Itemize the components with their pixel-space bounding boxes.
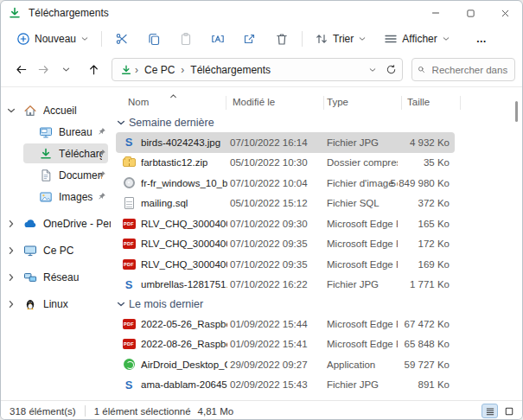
copy-button[interactable] — [139, 28, 169, 50]
sidebar-item-label: Images — [59, 191, 92, 203]
sidebar-item-label: Bureau — [59, 126, 92, 138]
chevron-right-icon[interactable] — [6, 245, 16, 256]
sidebar-item-r-seau[interactable]: Réseau — [1, 266, 112, 288]
file-row[interactable]: Sumbrellas-1281751.jpg07/10/2022 16:22Fi… — [116, 275, 455, 296]
maximize-button[interactable] — [453, 1, 488, 25]
file-size: 165 Ko — [372, 219, 450, 229]
chevron-down-icon[interactable] — [6, 105, 16, 116]
file-row[interactable]: PDFRLV_CHQ_30004007250...07/10/2022 09:3… — [116, 254, 455, 275]
file-modified-date: 07/10/2022 09:30 — [230, 219, 308, 229]
column-separator[interactable] — [401, 96, 402, 110]
sidebar-item-ce-pc[interactable]: Ce PC — [1, 239, 112, 261]
large-icons-view-button[interactable] — [501, 404, 517, 418]
file-modified-date: 07/10/2022 09:35 — [230, 259, 308, 270]
sidebar-item-documents[interactable]: Documents — [1, 164, 112, 186]
network-icon — [23, 270, 37, 284]
cut-button[interactable] — [107, 28, 137, 50]
toolbar-separator — [101, 31, 102, 47]
view-button[interactable]: Afficher — [377, 29, 456, 49]
desktop-icon — [39, 125, 53, 139]
chevron-down-icon[interactable] — [116, 299, 126, 309]
file-modified-date: 07/10/2022 10:04 — [230, 178, 308, 188]
delete-button[interactable] — [267, 28, 297, 50]
sidebar-item-accueil[interactable]: Accueil — [1, 99, 112, 121]
file-row[interactable]: PDF2022-08-26_Raspberry_...01/09/2022 15… — [116, 334, 455, 355]
sidebar-item-bureau[interactable]: Bureau — [1, 121, 112, 143]
pdf-file-icon: PDF — [123, 239, 136, 249]
close-button[interactable] — [488, 1, 522, 25]
search-box[interactable] — [411, 58, 515, 81]
sidebar-item-images[interactable]: Images — [1, 186, 112, 207]
recent-locations-button[interactable] — [54, 59, 77, 81]
group-header[interactable]: Le mois dernier — [116, 295, 522, 314]
toolbar-separator — [302, 31, 303, 47]
breadcrumb-item[interactable]: Ce PC — [141, 62, 178, 78]
file-list-pane: NomModifié leTypeTaille Semaine dernière… — [112, 87, 522, 400]
details-view-button[interactable] — [482, 404, 498, 418]
navigation-bar: › Ce PC›Téléchargements — [1, 53, 522, 87]
new-button[interactable]: Nouveau — [10, 29, 96, 49]
navigation-pane: AccueilBureauTéléchargementsDocumentsIma… — [1, 87, 112, 400]
sort-ascending-icon — [169, 92, 177, 100]
file-row[interactable]: Sama-dablam-2064522.j...02/09/2022 15:43… — [116, 375, 455, 396]
home-icon — [23, 104, 37, 118]
breadcrumb-item[interactable]: Téléchargements — [187, 62, 274, 78]
sort-button-label: Trier — [333, 33, 354, 45]
selection-size: 4,81 Mo — [198, 406, 234, 417]
pdf-file-icon: PDF — [123, 339, 136, 349]
command-bar: Nouveau Trier Afficher — [1, 25, 522, 53]
sidebar-item-linux[interactable]: Linux — [1, 293, 112, 315]
file-row[interactable]: AirDroid_Desktop_Clien...29/09/2022 09:2… — [116, 354, 455, 375]
sidebar-item-onedrive-personal[interactable]: OneDrive - Personal — [1, 213, 112, 234]
forward-button[interactable] — [32, 59, 54, 81]
file-size: 59 727 Ko — [372, 360, 450, 370]
item-count: 318 élément(s) — [10, 406, 76, 417]
address-bar[interactable]: › Ce PC›Téléchargements — [112, 58, 403, 81]
rename-button[interactable] — [203, 28, 233, 50]
file-modified-date: 07/10/2022 16:22 — [230, 279, 308, 290]
plus-circle-icon — [16, 32, 30, 46]
file-row[interactable]: mailing.sql05/10/2022 15:12Fichier SQL37… — [116, 194, 455, 214]
file-row[interactable]: PDFRLV_CHQ_30004007250...07/10/2022 09:3… — [116, 213, 455, 234]
column-separator[interactable] — [226, 96, 226, 110]
share-button[interactable] — [235, 28, 265, 50]
refresh-icon[interactable] — [386, 64, 397, 75]
sort-button[interactable]: Trier — [308, 29, 373, 49]
chevron-right-icon[interactable] — [6, 219, 16, 229]
sql-file-icon — [124, 197, 134, 209]
chevron-down-icon[interactable] — [116, 118, 126, 128]
sidebar-item-label: Linux — [43, 298, 68, 310]
column-header-type[interactable]: Type — [327, 97, 348, 107]
group-header[interactable]: Semaine dernière — [116, 113, 522, 132]
column-header-nom[interactable]: Nom — [128, 97, 149, 107]
back-button[interactable] — [10, 59, 32, 81]
chevron-down-icon — [442, 35, 450, 43]
file-row[interactable]: farbtastic12.zip05/10/2022 10:30Dossier … — [116, 153, 455, 174]
file-name: birds-4024243.jpg — [141, 137, 220, 148]
minimize-button[interactable] — [418, 1, 453, 25]
ellipsis-icon: … — [476, 33, 488, 45]
chevron-right-icon[interactable] — [6, 299, 16, 309]
address-dropdown-chevron-icon[interactable] — [368, 66, 377, 74]
up-button[interactable] — [82, 59, 105, 81]
file-row[interactable]: PDF2022-05-26_Raspberry_...01/09/2022 15… — [116, 314, 455, 334]
file-row[interactable]: Sbirds-4024243.jpg07/10/2022 16:14Fichie… — [116, 132, 455, 153]
sidebar-item-t-l-chargements[interactable]: Téléchargements — [1, 143, 112, 164]
file-row[interactable]: PDFRLV_CHQ_30004007250...07/10/2022 09:3… — [116, 234, 455, 255]
column-separator[interactable] — [323, 96, 324, 110]
vertical-scrollbar[interactable] — [515, 101, 518, 122]
search-input[interactable] — [431, 64, 509, 76]
chevron-down-icon — [80, 35, 89, 43]
file-size: 35 Ko — [372, 157, 450, 168]
column-header-taille[interactable]: Taille — [407, 97, 430, 107]
pin-icon — [97, 170, 106, 180]
file-row[interactable]: fr-fr_windows_10_busin...07/10/2022 10:0… — [116, 173, 455, 194]
more-options-button[interactable]: … — [469, 29, 495, 48]
column-separator[interactable] — [460, 96, 461, 110]
file-name: AirDroid_Desktop_Clien... — [141, 360, 227, 370]
column-header-modifi-le[interactable]: Modifié le — [233, 97, 275, 107]
chevron-right-icon[interactable] — [6, 272, 16, 283]
paste-button[interactable] — [171, 28, 201, 50]
file-size: 4 932 Ko — [372, 137, 450, 148]
file-name: RLV_CHQ_30004007250... — [141, 219, 227, 229]
